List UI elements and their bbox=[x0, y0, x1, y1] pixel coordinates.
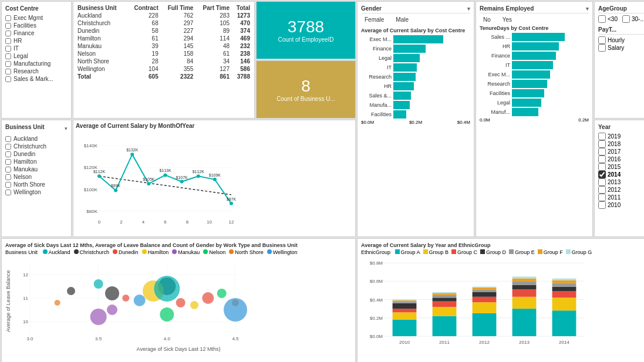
svg-point-32 bbox=[230, 202, 233, 205]
svg-text:2: 2 bbox=[120, 219, 123, 225]
cost-centre-item[interactable]: Facilities bbox=[5, 22, 68, 29]
avg-salary-bar-row: Facilities bbox=[361, 110, 470, 119]
tenure-bars: Sales ...HRFinanceITExec M...ResearchFac… bbox=[480, 33, 589, 116]
svg-text:12: 12 bbox=[229, 219, 234, 225]
scatter-legend-item: Auckland bbox=[43, 249, 70, 255]
scatter-bubble bbox=[67, 287, 75, 295]
tenure-bar-fill bbox=[512, 33, 565, 41]
bu-filter-item[interactable]: Auckland bbox=[5, 135, 68, 143]
age-lt30[interactable]: <30 bbox=[598, 15, 618, 23]
svg-text:2012: 2012 bbox=[479, 340, 490, 345]
table-cell: 232 bbox=[231, 42, 252, 50]
kpi2-value: 8 bbox=[301, 77, 311, 96]
cost-centre-item[interactable]: IT bbox=[5, 45, 68, 52]
avg-salary-bar-row: Research bbox=[361, 73, 470, 81]
cost-centre-item[interactable]: Finance bbox=[5, 29, 68, 37]
stacked-bar-segment bbox=[393, 312, 417, 320]
table-cell: 158 bbox=[160, 50, 195, 57]
year-filter-item[interactable]: 2013 bbox=[598, 178, 644, 186]
svg-text:$99K: $99K bbox=[111, 184, 121, 188]
bu-legend-label: Business Unit bbox=[5, 249, 38, 255]
year-filter-item[interactable]: 2017 bbox=[598, 148, 644, 155]
avg-salary-bar-row: Manufa... bbox=[361, 101, 470, 109]
paytype-hourly[interactable]: Hourly bbox=[598, 36, 644, 44]
stacked-bar-segment bbox=[552, 297, 576, 310]
table-row: Auckland2287622831273 bbox=[76, 12, 252, 19]
bu-filter-item[interactable]: Nelson bbox=[5, 173, 68, 181]
cost-centre-items: Exec MgmtFacilitiesFinanceHRITLegalManuf… bbox=[5, 14, 68, 83]
tenure-bar-label: Research bbox=[480, 81, 512, 87]
stacked-bar-segment bbox=[433, 307, 457, 316]
svg-text:$113K: $113K bbox=[159, 168, 171, 172]
tenure-x-1: 0.2M bbox=[578, 117, 589, 123]
scatter-legend-item: Dunedin bbox=[113, 249, 139, 255]
stacked-bar-segment bbox=[393, 302, 417, 303]
cost-centre-item[interactable]: Research bbox=[5, 67, 68, 75]
remains-dropdown-icon[interactable]: ▾ bbox=[586, 6, 589, 12]
bar-label: HR bbox=[361, 83, 393, 89]
svg-text:$107K: $107K bbox=[176, 175, 188, 180]
stacked-legend: EthnicGroup Group AGroup BGroup CGroup D… bbox=[361, 249, 644, 255]
gender-male-btn[interactable]: Male bbox=[392, 15, 412, 24]
table-cell-total: Total bbox=[76, 73, 127, 80]
stacked-bar-segment bbox=[512, 285, 537, 290]
bu-filter-item[interactable]: North Shore bbox=[5, 181, 68, 188]
year-filter-item[interactable]: 2018 bbox=[598, 140, 644, 148]
bu-filter-item[interactable]: Dunedin bbox=[5, 150, 68, 158]
year-filter-item[interactable]: 2019 bbox=[598, 133, 644, 140]
bar-label: IT bbox=[361, 65, 393, 70]
bu-table-th: Business Unit bbox=[76, 4, 127, 12]
svg-text:$87K: $87K bbox=[227, 197, 237, 201]
svg-text:3.5: 3.5 bbox=[95, 336, 102, 341]
tenure-x-labels: 0.0M 0.2M bbox=[480, 117, 589, 123]
stacked-bar-segment bbox=[512, 289, 537, 297]
svg-point-30 bbox=[213, 178, 217, 181]
year-filter-item[interactable]: 2010 bbox=[598, 201, 644, 209]
cost-centre-item[interactable]: Exec Mgmt bbox=[5, 14, 68, 22]
table-cell: 228 bbox=[127, 12, 160, 19]
table-cell: 105 bbox=[195, 19, 231, 27]
bu-filter-item[interactable]: Hamilton bbox=[5, 158, 68, 165]
kpi-section: 3788 Count of EmployeeID 8 Count of Busi… bbox=[256, 1, 356, 119]
stacked-legend-item: Group C bbox=[451, 249, 477, 255]
stacked-bar-segment bbox=[512, 279, 537, 282]
remains-buttons: No Yes bbox=[480, 15, 589, 24]
year-filter-item[interactable]: 2015 bbox=[598, 163, 644, 171]
paytype-salary-label: Salary bbox=[608, 45, 624, 51]
table-cell: Wellington bbox=[76, 65, 127, 73]
paytype-options: Hourly Salary bbox=[598, 36, 644, 52]
avg-salary-bar-row: Legal bbox=[361, 54, 470, 62]
stacked-bar-segment bbox=[433, 293, 457, 295]
bu-dropdown-icon[interactable]: ▾ bbox=[65, 126, 68, 131]
bu-filter-item[interactable]: Christchurch bbox=[5, 143, 68, 150]
cost-centre-item[interactable]: Manufacturing bbox=[5, 60, 68, 67]
remains-yes-btn[interactable]: Yes bbox=[499, 15, 515, 24]
bu-filter-item[interactable]: Manukau bbox=[5, 165, 68, 173]
table-cell: 39 bbox=[127, 42, 160, 50]
stacked-legend-item: Group A bbox=[395, 249, 420, 255]
gender-dropdown-icon[interactable]: ▾ bbox=[467, 6, 470, 12]
paytype-salary[interactable]: Salary bbox=[598, 44, 644, 52]
age-30s[interactable]: 30-... bbox=[622, 15, 644, 23]
svg-text:2014: 2014 bbox=[559, 340, 569, 345]
table-row: Christchurch68297105470 bbox=[76, 19, 252, 27]
cost-centre-item[interactable]: Legal bbox=[5, 52, 68, 60]
scatter-bubble bbox=[90, 309, 107, 325]
remains-filter-title: Remains Employed bbox=[480, 5, 534, 12]
table-cell: 1273 bbox=[231, 12, 252, 19]
table-cell: 294 bbox=[160, 35, 195, 42]
year-filter-item[interactable]: 2012 bbox=[598, 186, 644, 194]
remains-no-btn[interactable]: No bbox=[480, 15, 494, 24]
scatter-bubble bbox=[107, 305, 117, 315]
bu-filter-item[interactable]: Wellington bbox=[5, 188, 68, 196]
ethnic-legend-label: EthnicGroup bbox=[361, 249, 392, 255]
svg-text:4.0: 4.0 bbox=[164, 336, 171, 341]
cost-centre-item[interactable]: HR bbox=[5, 37, 68, 45]
year-filter-item[interactable]: 2011 bbox=[598, 194, 644, 201]
cost-centre-item[interactable]: Sales & Mark... bbox=[5, 75, 68, 83]
scatter-legend-item: Christchurch bbox=[74, 249, 110, 255]
year-filter-item[interactable]: 2016 bbox=[598, 155, 644, 163]
year-filter-item[interactable]: 2014 bbox=[598, 171, 644, 178]
tenure-bar-fill bbox=[512, 80, 547, 88]
gender-female-btn[interactable]: Female bbox=[361, 15, 387, 24]
